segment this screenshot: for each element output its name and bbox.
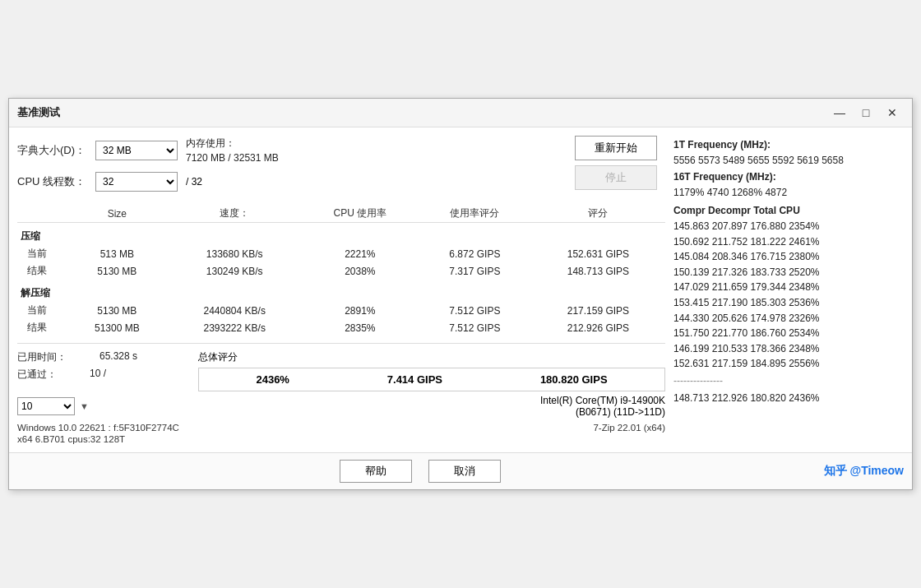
compress-result-speed: 130249 KB/s	[168, 262, 302, 280]
decompress-result-cpu: 2835%	[302, 319, 419, 336]
dict-size-label: 字典大小(D)：	[17, 143, 87, 158]
freq-16t-values: 1179% 4740 1268% 4872	[673, 185, 904, 201]
right-panel: 1T Frequency (MHz): 5556 5573 5489 5655 …	[673, 136, 904, 444]
cancel-button[interactable]: 取消	[428, 460, 501, 483]
compress-result-cpu: 2038%	[302, 262, 419, 280]
help-button[interactable]: 帮助	[340, 460, 412, 483]
right-data-row: 145.863 207.897 176.880 2354%	[673, 219, 904, 234]
close-button[interactable]: ✕	[881, 104, 904, 122]
decompression-label: 解压缩	[21, 287, 50, 299]
compress-current-size: 513 MB	[67, 245, 168, 262]
decompress-result-label: 结果	[17, 319, 67, 336]
summary-usage-score: 7.414 GIPS	[387, 373, 442, 386]
status-summary-row: 已用时间： 65.328 s 已通过： 10 / 总体评分 2436% 7.41…	[17, 350, 665, 391]
sys-os: Windows 10.0 22621 : f:5F310F2774C	[17, 423, 179, 433]
passed-label: 已通过：	[17, 368, 57, 382]
cpu-threads-select[interactable]: 32	[95, 172, 178, 192]
right-data-row: 152.631 217.159 184.895 2556%	[673, 356, 904, 372]
freq-1t-label: 1T Frequency (MHz):	[673, 137, 904, 153]
dict-size-select[interactable]: 32 MB	[95, 141, 178, 160]
compress-result-label: 结果	[17, 262, 67, 280]
decompress-result-score: 212.926 GIPS	[531, 319, 665, 336]
freq-16t-label: 16T Frequency (MHz):	[673, 169, 904, 185]
mem-info: 内存使用： 7120 MB / 32531 MB	[186, 136, 279, 165]
compress-current-uscore: 6.872 GIPS	[419, 245, 531, 262]
decompress-result-speed: 2393222 KB/s	[168, 319, 302, 336]
left-panel: 字典大小(D)： 32 MB 内存使用： 7120 MB / 32531 MB …	[17, 136, 665, 444]
form-area: 字典大小(D)： 32 MB 内存使用： 7120 MB / 32531 MB …	[17, 136, 562, 198]
right-data-row: 144.330 205.626 174.978 2326%	[673, 311, 904, 326]
summary-title: 总体评分	[198, 350, 665, 364]
decompress-current-label: 当前	[17, 302, 67, 319]
compression-label: 压缩	[21, 230, 40, 242]
sys-app: 7-Zip 22.01 (x64)	[593, 423, 665, 433]
right-data-row: 150.692 211.752 181.222 2461%	[673, 234, 904, 250]
mem-usage-label: 内存使用：	[186, 136, 279, 150]
elapsed-value: 65.328 s	[100, 350, 137, 364]
mem-usage-value: 7120 MB / 32531 MB	[186, 150, 279, 165]
col-usage-score: 使用率评分	[419, 205, 531, 223]
compress-result-size: 5130 MB	[67, 262, 168, 280]
right-data-row: 151.750 221.770 186.760 2534%	[673, 326, 904, 341]
summary-area: 总体评分 2436% 7.414 GIPS 180.820 GIPS	[198, 350, 665, 391]
col-score: 评分	[531, 205, 665, 223]
restart-button[interactable]: 重新开始	[575, 136, 657, 160]
col-cpu-usage: CPU 使用率	[302, 205, 419, 223]
sys-arch-row: x64 6.B701 cpus:32 128T	[17, 434, 665, 444]
right-data-row: 147.029 211.659 179.344 2348%	[673, 280, 904, 295]
decompress-current-cpu: 2891%	[302, 302, 419, 319]
watermark: 知乎 @Timeow	[824, 464, 904, 479]
col-size: Size	[67, 205, 168, 223]
cpu-info: Intel(R) Core(TM) i9-14900K (B0671) (11D…	[540, 395, 665, 418]
passed-value: 10 /	[90, 368, 106, 382]
dropdown-arrow-icon: ▼	[80, 401, 89, 411]
title-bar: 基准测试 — □ ✕	[9, 99, 912, 127]
footer-buttons: 帮助 取消	[340, 460, 501, 483]
decompression-header-row: 解压缩	[17, 285, 665, 302]
cpu-info-line2: (B0671) (11D->11D)	[540, 406, 665, 418]
right-data-row: 145.084 208.346 176.715 2380%	[673, 249, 904, 265]
right-data-row: 153.415 217.190 185.303 2536%	[673, 295, 904, 311]
right-separator: ---------------	[673, 373, 904, 389]
col-speed: 速度：	[168, 205, 302, 223]
compress-current-label: 当前	[17, 245, 67, 262]
summary-values: 2436% 7.414 GIPS 180.820 GIPS	[198, 368, 665, 391]
decompress-result-size: 51300 MB	[67, 319, 168, 336]
window-controls: — □ ✕	[828, 104, 904, 122]
decompress-result-row: 结果 51300 MB 2393222 KB/s 2835% 7.512 GIP…	[17, 319, 665, 336]
decompress-result-uscore: 7.512 GIPS	[419, 319, 531, 336]
compress-result-uscore: 7.317 GIPS	[419, 262, 531, 280]
right-total-row: 148.713 212.926 180.820 2436%	[673, 391, 904, 406]
action-buttons: 重新开始 停止	[575, 136, 657, 190]
summary-total-score: 180.820 GIPS	[540, 373, 608, 386]
sys-arch: x64 6.B701 cpus:32 128T	[17, 434, 125, 444]
elapsed-row: 已用时间： 65.328 s	[17, 350, 182, 364]
dropdown-cpu-row: 10 ▼ Intel(R) Core(TM) i9-14900K (B0671)…	[17, 395, 665, 418]
maximize-button[interactable]: □	[854, 104, 877, 122]
footer-bar: 帮助 取消 知乎 @Timeow	[9, 452, 912, 489]
minimize-button[interactable]: —	[828, 104, 851, 122]
main-content: 字典大小(D)： 32 MB 内存使用： 7120 MB / 32531 MB …	[9, 127, 912, 452]
window-title: 基准测试	[17, 105, 60, 120]
decompress-current-size: 5130 MB	[67, 302, 168, 319]
freq-1t-values: 5556 5573 5489 5655 5592 5619 5658	[673, 153, 904, 169]
compress-current-cpu: 2221%	[302, 245, 419, 262]
elapsed-label: 已用时间：	[17, 350, 67, 364]
right-data-row: 146.199 210.533 178.366 2348%	[673, 341, 904, 357]
compress-current-speed: 133680 KB/s	[168, 245, 302, 262]
decompress-current-row: 当前 5130 MB 2440804 KB/s 2891% 7.512 GIPS…	[17, 302, 665, 319]
main-window: 基准测试 — □ ✕ 字典大小(D)： 32 MB 内存使用：	[8, 98, 913, 490]
cpu-threads-label: CPU 线程数：	[17, 174, 87, 189]
summary-cpu: 2436%	[256, 373, 289, 386]
passed-dropdown[interactable]: 10	[17, 397, 75, 415]
right-rows: 145.863 207.897 176.880 2354%150.692 211…	[673, 219, 904, 372]
col-headers: Compr Decompr Total CPU	[673, 203, 904, 219]
status-area: 已用时间： 65.328 s 已通过： 10 /	[17, 350, 182, 391]
cpu-threads-max: / 32	[186, 176, 202, 188]
sys-info-row: Windows 10.0 22621 : f:5F310F2774C 7-Zip…	[17, 423, 665, 433]
passed-row: 已通过： 10 /	[17, 368, 182, 382]
decompress-current-speed: 2440804 KB/s	[168, 302, 302, 319]
compress-current-score: 152.631 GIPS	[531, 245, 665, 262]
cpu-threads-row: CPU 线程数： 32 / 32	[17, 172, 562, 192]
dict-size-row: 字典大小(D)： 32 MB 内存使用： 7120 MB / 32531 MB	[17, 136, 562, 165]
